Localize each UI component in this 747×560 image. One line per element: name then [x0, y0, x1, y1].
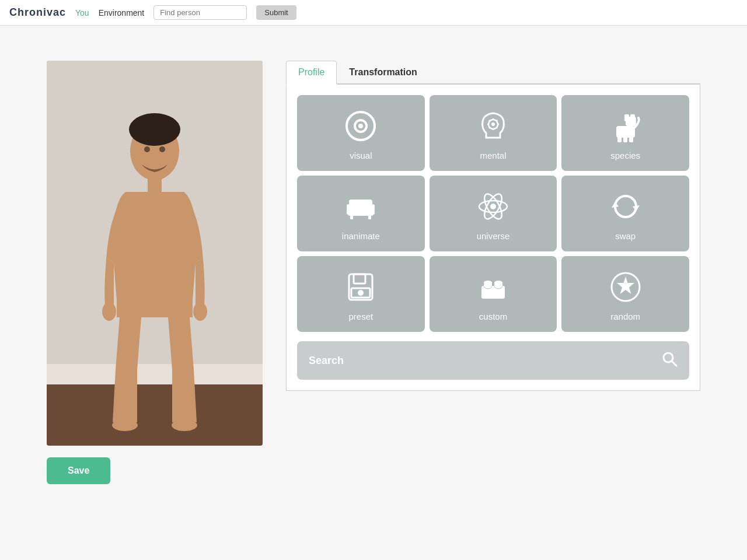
- save-button[interactable]: Save: [47, 457, 110, 484]
- svg-line-23: [496, 127, 497, 128]
- navbar: Chronivac You Environment Submit: [0, 0, 747, 26]
- nav-you[interactable]: You: [75, 8, 89, 18]
- couch-icon: [343, 189, 378, 224]
- svg-rect-35: [347, 204, 352, 215]
- species-label: species: [610, 150, 640, 160]
- tab-profile[interactable]: Profile: [286, 61, 337, 85]
- person-image: [47, 61, 263, 446]
- svg-rect-36: [369, 204, 375, 215]
- grid-cell-inanimate[interactable]: inanimate: [297, 176, 425, 251]
- svg-rect-1: [47, 382, 263, 446]
- svg-point-6: [102, 302, 116, 321]
- svg-point-17: [491, 123, 495, 126]
- svg-rect-53: [484, 282, 492, 286]
- grid-cell-mental[interactable]: mental: [430, 95, 557, 171]
- nav-environment[interactable]: Environment: [99, 8, 145, 18]
- svg-marker-43: [612, 202, 619, 208]
- dog-icon: [608, 108, 643, 144]
- preset-label: preset: [348, 312, 373, 321]
- grid-cell-species[interactable]: species: [561, 95, 689, 171]
- svg-point-48: [358, 290, 364, 296]
- grid-cell-visual[interactable]: visual: [297, 95, 425, 171]
- transformation-panel: visual: [286, 85, 700, 391]
- svg-point-8: [112, 419, 138, 431]
- right-panel: Profile Transformation visual: [286, 61, 700, 484]
- svg-rect-45: [349, 274, 372, 300]
- brain-icon: [476, 108, 511, 144]
- svg-marker-44: [633, 205, 640, 211]
- svg-line-24: [496, 120, 497, 121]
- svg-rect-46: [354, 274, 365, 284]
- svg-rect-29: [630, 114, 635, 121]
- svg-rect-55: [494, 282, 502, 286]
- svg-line-22: [489, 120, 490, 121]
- visual-label: visual: [350, 150, 372, 160]
- main-content: Save Profile Transformation: [0, 26, 747, 508]
- brand-logo: Chronivac: [9, 6, 66, 19]
- grid-cell-preset[interactable]: preset: [297, 256, 425, 332]
- mental-label: mental: [480, 150, 506, 160]
- person-silhouette: [47, 61, 263, 446]
- svg-point-12: [159, 146, 165, 152]
- svg-point-10: [129, 113, 180, 146]
- svg-rect-32: [629, 136, 633, 142]
- random-label: random: [610, 312, 640, 321]
- custom-label: custom: [479, 312, 507, 321]
- lego-icon: [476, 270, 511, 304]
- eye-icon: [343, 108, 378, 144]
- svg-point-7: [193, 302, 207, 321]
- svg-rect-28: [624, 114, 629, 121]
- svg-line-59: [672, 361, 676, 366]
- tab-transformation[interactable]: Transformation: [337, 61, 429, 83]
- universe-label: universe: [477, 231, 510, 241]
- star-icon: [608, 270, 643, 304]
- grid-cell-random[interactable]: random: [561, 256, 689, 332]
- grid-cell-swap[interactable]: swap: [561, 176, 689, 251]
- svg-rect-38: [368, 215, 371, 219]
- svg-rect-30: [617, 136, 622, 142]
- search-bar-label: Search: [309, 355, 344, 367]
- atom-icon: [476, 189, 511, 224]
- search-icon: [661, 351, 678, 370]
- submit-button[interactable]: Submit: [256, 5, 296, 20]
- swap-icon: [608, 189, 643, 224]
- search-bar[interactable]: Search: [297, 341, 689, 380]
- svg-point-39: [490, 204, 496, 209]
- grid-cell-custom[interactable]: custom: [430, 256, 557, 332]
- find-person-input[interactable]: [153, 5, 247, 20]
- svg-rect-37: [350, 215, 353, 219]
- swap-label: swap: [615, 231, 636, 241]
- svg-marker-57: [617, 276, 634, 294]
- grid-cell-universe[interactable]: universe: [430, 176, 557, 251]
- left-panel: Save: [47, 61, 263, 484]
- svg-rect-31: [623, 136, 627, 142]
- svg-point-15: [358, 124, 363, 128]
- inanimate-label: inanimate: [342, 231, 380, 241]
- transformation-grid: visual: [292, 90, 694, 337]
- svg-rect-26: [616, 126, 635, 138]
- svg-point-9: [172, 419, 197, 431]
- svg-point-11: [144, 146, 150, 152]
- svg-rect-2: [47, 364, 263, 384]
- floppy-icon: [343, 270, 378, 304]
- svg-line-25: [489, 127, 490, 128]
- tabs-container: Profile Transformation: [286, 61, 700, 85]
